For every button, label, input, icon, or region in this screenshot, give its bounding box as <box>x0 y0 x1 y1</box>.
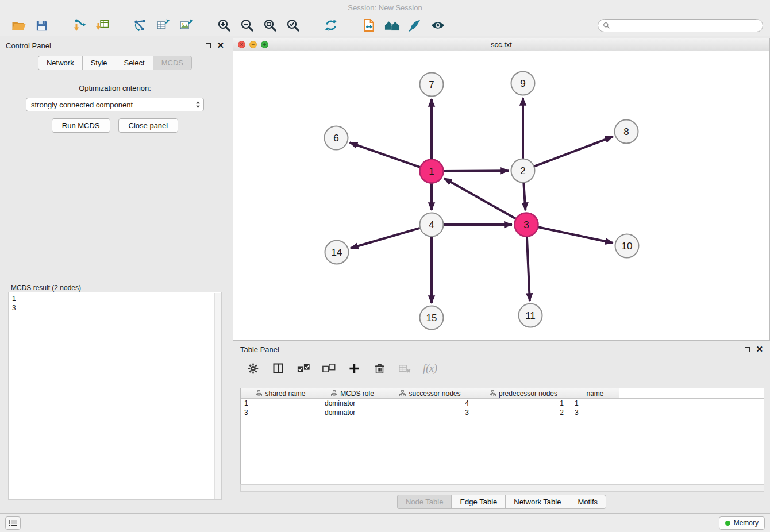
close-table-panel-icon[interactable]: ✕ <box>756 346 763 352</box>
graph-node-11[interactable]: 11 <box>519 304 542 327</box>
graph-node-6[interactable]: 6 <box>325 126 348 150</box>
tab-network[interactable]: Network <box>38 56 82 70</box>
graph-edge-2-8[interactable] <box>534 137 613 167</box>
column-header-predecessor-nodes[interactable]: predecessor nodes <box>476 388 571 398</box>
show-panels-menu-button[interactable] <box>5 516 21 530</box>
zoom-in-button[interactable] <box>213 17 236 34</box>
cell-successor-nodes[interactable]: 4 <box>384 399 476 408</box>
close-window-icon[interactable]: × <box>238 41 245 48</box>
main-toolbar <box>0 15 770 36</box>
close-panel-icon[interactable]: ✕ <box>217 43 224 48</box>
table-row[interactable]: 1 dominator 4 1 1 <box>241 399 764 408</box>
table-row[interactable]: 3 dominator 3 2 3 <box>241 408 764 417</box>
table-settings-button[interactable] <box>246 361 260 376</box>
new-network-button[interactable] <box>129 17 152 34</box>
show-columns-button[interactable] <box>271 361 285 376</box>
zoom-fit-button[interactable] <box>259 17 282 34</box>
home-button[interactable] <box>380 17 403 34</box>
column-header-name[interactable]: name <box>571 388 619 398</box>
tab-edge-table[interactable]: Edge Table <box>451 495 505 509</box>
column-header-shared-name[interactable]: shared name <box>241 388 321 398</box>
graph-node-10[interactable]: 10 <box>615 234 639 258</box>
tab-mcds[interactable]: MCDS <box>153 56 192 70</box>
minimize-window-icon[interactable]: − <box>249 41 257 48</box>
graph-node-15[interactable]: 15 <box>420 306 444 330</box>
graph-edge-3-10[interactable] <box>538 227 613 243</box>
search-input[interactable] <box>613 21 758 29</box>
import-network-button[interactable] <box>68 17 91 34</box>
memory-button[interactable]: Memory <box>719 516 765 530</box>
network-graph[interactable]: 7968124314101511 <box>233 51 769 340</box>
trash-icon <box>375 363 384 374</box>
graph-edge-1-6[interactable] <box>350 142 421 167</box>
graph-node-label: 2 <box>520 165 525 176</box>
graph-node-9[interactable]: 9 <box>511 72 535 95</box>
tab-select[interactable]: Select <box>116 56 153 70</box>
graph-node-8[interactable]: 8 <box>615 120 638 144</box>
graph-node-4[interactable]: 4 <box>420 213 444 237</box>
graph-node-3[interactable]: 3 <box>515 213 538 237</box>
plus-icon <box>349 363 360 374</box>
table-horizontal-scrollbar[interactable] <box>240 484 764 492</box>
delete-table-button[interactable] <box>398 361 411 376</box>
create-column-button[interactable] <box>347 361 361 376</box>
graph-node-2[interactable]: 2 <box>511 159 535 183</box>
list-menu-icon <box>9 519 18 527</box>
graph-edge-3-11[interactable] <box>527 237 530 301</box>
zoom-out-button[interactable] <box>236 17 259 34</box>
maximize-window-icon[interactable]: + <box>261 41 268 48</box>
graph-edge-2-3[interactable] <box>523 183 525 210</box>
result-scrollbar[interactable] <box>214 293 221 499</box>
export-image-button[interactable] <box>175 17 198 34</box>
float-panel-icon[interactable] <box>206 43 211 48</box>
apply-style-button[interactable] <box>403 17 426 34</box>
optimization-criterion-select[interactable]: strongly connected component <box>26 98 204 111</box>
table-panel: Table Panel ✕ <box>234 342 769 513</box>
cell-name[interactable]: 3 <box>571 408 619 417</box>
zoom-selected-button[interactable] <box>282 17 305 34</box>
cell-successor-nodes[interactable]: 3 <box>384 408 476 417</box>
cell-name[interactable]: 1 <box>571 399 619 408</box>
cell-mcds-role[interactable]: dominator <box>321 399 384 408</box>
search-icon <box>603 22 610 29</box>
export-table-button[interactable] <box>152 17 175 34</box>
tab-node-table[interactable]: Node Table <box>397 495 452 509</box>
function-builder-button[interactable]: f(x) <box>423 361 437 376</box>
show-graphics-details-button[interactable] <box>426 17 449 34</box>
graph-node-label: 1 <box>429 166 434 177</box>
graph-node-14[interactable]: 14 <box>325 241 349 264</box>
open-session-button[interactable] <box>7 17 30 34</box>
import-table-button[interactable] <box>91 17 114 34</box>
network-canvas[interactable]: 7968124314101511 <box>233 51 769 340</box>
delete-column-button[interactable] <box>372 361 386 376</box>
cell-shared-name[interactable]: 1 <box>241 399 321 408</box>
unselect-all-columns-button[interactable] <box>322 361 336 376</box>
column-header-mcds-role[interactable]: MCDS role <box>321 388 384 398</box>
clone-network-button[interactable] <box>357 17 380 34</box>
cell-mcds-role[interactable]: dominator <box>321 408 384 417</box>
tab-motifs[interactable]: Motifs <box>569 495 606 509</box>
search-field[interactable] <box>598 19 763 32</box>
mcds-result-area[interactable]: 1 3 <box>8 292 222 500</box>
run-mcds-button[interactable]: Run MCDS <box>52 118 110 133</box>
status-bar: Memory <box>0 513 770 532</box>
save-session-button[interactable] <box>30 17 53 34</box>
graph-node-1[interactable]: 1 <box>420 160 444 183</box>
graph-edge-1-2[interactable] <box>444 171 509 171</box>
tab-network-table[interactable]: Network Table <box>505 495 569 509</box>
tab-style[interactable]: Style <box>82 56 116 70</box>
cell-predecessor-nodes[interactable]: 2 <box>476 408 571 417</box>
graph-node-label: 10 <box>622 241 633 252</box>
column-type-icon <box>331 390 337 396</box>
column-header-label: MCDS role <box>340 390 374 398</box>
close-panel-button[interactable]: Close panel <box>118 118 179 133</box>
select-all-columns-button[interactable] <box>297 361 310 376</box>
float-table-panel-icon[interactable] <box>745 347 750 352</box>
graph-node-7[interactable]: 7 <box>420 73 444 97</box>
column-header-successor-nodes[interactable]: successor nodes <box>384 388 476 398</box>
cell-shared-name[interactable]: 3 <box>241 408 321 417</box>
graph-edge-3-1[interactable] <box>444 178 516 218</box>
cell-predecessor-nodes[interactable]: 1 <box>476 399 571 408</box>
graph-edge-4-14[interactable] <box>351 228 420 248</box>
refresh-network-button[interactable] <box>319 17 342 34</box>
